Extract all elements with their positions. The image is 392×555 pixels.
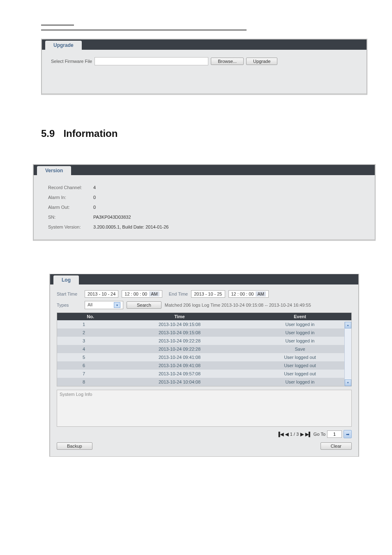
record-channel-label: Record Channel: (48, 185, 93, 190)
col-time-header: Time (111, 313, 249, 320)
upgrade-tab[interactable]: Upgrade (45, 41, 82, 50)
clear-button[interactable]: Clear (321, 442, 352, 450)
start-time-label: Start Time (57, 291, 81, 296)
pager-first-icon[interactable]: ▐◀ (277, 432, 284, 437)
system-version-value: 3.200.0005.1, Build Date: 2014-01-26 (93, 224, 168, 229)
cell-time: 2013-10-24 10:04:08 (111, 378, 249, 386)
table-row[interactable]: 82013-10-24 10:04:08User logged in (57, 378, 351, 386)
record-channel-value: 4 (93, 185, 96, 190)
log-panel: Log Start Time 2013- 10- 24 12: 00: 00 A… (49, 274, 359, 457)
matched-logs-text: Matched 206 logs Log Time 2013-10-24 09:… (165, 303, 311, 308)
scroll-down-icon[interactable]: ▾ (345, 379, 351, 386)
cell-no: 4 (57, 345, 111, 353)
end-date-input[interactable]: 2013- 10- 25 (191, 290, 225, 298)
cell-time: 2013-10-24 09:15:08 (111, 320, 249, 328)
col-no-header: No. (57, 313, 111, 320)
cell-time: 2013-10-24 09:41:08 (111, 353, 249, 361)
section-title: Information (63, 128, 118, 139)
version-panel: Version Record Channel: 4 Alarm In: 0 Al… (33, 164, 376, 241)
sn-value: PA3KP043D03832 (93, 215, 131, 220)
goto-input[interactable] (327, 430, 342, 438)
browse-button[interactable]: Browse... (211, 58, 244, 65)
version-panel-header: Version (34, 165, 375, 175)
types-value: All (88, 302, 92, 308)
cell-time: 2013-10-24 09:41:08 (111, 361, 249, 370)
version-row: System Version: 3.200.0005.1, Build Date… (48, 222, 366, 232)
cell-time: 2013-10-24 09:22:28 (111, 337, 249, 345)
pager-page-text: 1 / 3 (290, 432, 299, 437)
firmware-file-label: Select Firmware File (51, 59, 92, 64)
alarm-in-value: 0 (93, 195, 96, 200)
cell-event: User logged in (249, 320, 351, 328)
short-rule (41, 25, 74, 25)
scrollbar[interactable]: ▴ ▾ (344, 322, 351, 386)
system-log-info-label: System Log Info (60, 392, 92, 397)
alarm-out-value: 0 (93, 205, 96, 210)
table-row[interactable]: 52013-10-24 09:41:08User logged out (57, 353, 351, 361)
goto-button[interactable]: ➡ (344, 430, 352, 438)
cell-no: 5 (57, 353, 111, 361)
end-time-input[interactable]: 12: 00: 00 AM (228, 290, 269, 298)
upgrade-button[interactable]: Upgrade (246, 58, 277, 65)
section-number: 5.9 (41, 128, 55, 139)
log-table: No. Time Event 12013-10-24 09:15:08User … (57, 312, 352, 386)
types-label: Types (57, 303, 81, 308)
version-row: Alarm In: 0 (48, 192, 366, 202)
cell-no: 6 (57, 361, 111, 370)
cell-no: 7 (57, 370, 111, 378)
start-time-input[interactable]: 12: 00: 00 AM (122, 290, 162, 298)
version-row: Alarm Out: 0 (48, 202, 366, 212)
backup-button[interactable]: Backup (57, 442, 92, 450)
search-button[interactable]: Search (127, 301, 161, 309)
cell-no: 2 (57, 328, 111, 337)
sn-label: SN: (48, 215, 93, 220)
cell-no: 8 (57, 378, 111, 386)
cell-time: 2013-10-24 09:15:08 (111, 328, 249, 337)
alarm-out-label: Alarm Out: (48, 205, 93, 210)
cell-event: User logged out (249, 353, 351, 361)
chevron-down-icon: ▾ (114, 302, 120, 308)
goto-label: Go To (314, 432, 325, 437)
cell-no: 1 (57, 320, 111, 328)
scroll-up-icon[interactable]: ▴ (345, 322, 351, 328)
end-time-label: End Time (169, 291, 188, 296)
log-tab[interactable]: Log (53, 275, 79, 284)
firmware-file-input[interactable] (95, 57, 208, 65)
section-heading: 5.9 Information (41, 128, 392, 139)
cell-event: User logged out (249, 370, 351, 378)
types-select[interactable]: All ▾ (85, 301, 123, 309)
cell-event: Save (249, 345, 351, 353)
table-row[interactable]: 42013-10-24 09:22:28Save (57, 345, 351, 353)
table-row[interactable]: 72013-10-24 09:57:08User logged out (57, 370, 351, 378)
version-row: Record Channel: 4 (48, 183, 366, 192)
pager-next-icon[interactable]: ▶ (300, 432, 304, 437)
alarm-in-label: Alarm In: (48, 195, 93, 200)
col-event-header: Event (249, 313, 351, 320)
table-row[interactable]: 62013-10-24 09:41:08User logged out (57, 361, 351, 370)
cell-event: User logged in (249, 378, 351, 386)
pager: ▐◀ ◀ 1 / 3 ▶ ▶▌ Go To ➡ (57, 430, 352, 438)
cell-no: 3 (57, 337, 111, 345)
header-lines (41, 25, 392, 30)
version-tab[interactable]: Version (37, 166, 71, 175)
cell-time: 2013-10-24 09:57:08 (111, 370, 249, 378)
cell-event: User logged out (249, 361, 351, 370)
table-row[interactable]: 32013-10-24 09:22:28User logged in (57, 337, 351, 345)
version-row: SN: PA3KP043D03832 (48, 212, 366, 222)
cell-event: User logged in (249, 328, 351, 337)
cell-time: 2013-10-24 09:22:28 (111, 345, 249, 353)
long-rule (41, 30, 247, 30)
upgrade-panel-header: Upgrade (42, 39, 367, 50)
pager-last-icon[interactable]: ▶▌ (305, 432, 312, 437)
upgrade-panel: Upgrade Select Firmware File Browse... U… (41, 39, 367, 95)
table-row[interactable]: 12013-10-24 09:15:08User logged in (57, 320, 351, 328)
pager-prev-icon[interactable]: ◀ (285, 432, 288, 437)
system-version-label: System Version: (48, 224, 93, 229)
table-row[interactable]: 22013-10-24 09:15:08User logged in (57, 328, 351, 337)
cell-event: User logged in (249, 337, 351, 345)
log-panel-header: Log (50, 274, 358, 284)
start-date-input[interactable]: 2013- 10- 24 (85, 290, 118, 298)
system-log-info-box: System Log Info (57, 390, 352, 427)
